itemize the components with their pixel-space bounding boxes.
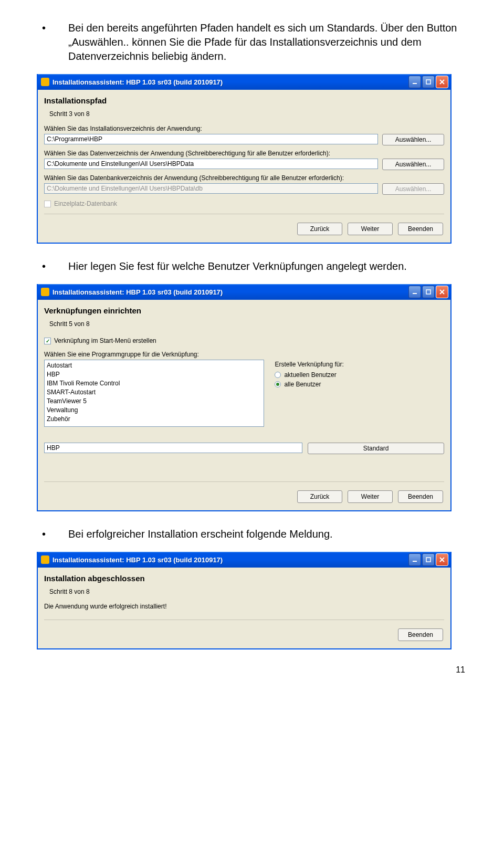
svg-rect-0: [413, 83, 417, 84]
default-button[interactable]: Standard: [308, 443, 444, 454]
svg-rect-1: [426, 80, 430, 84]
maximize-button[interactable]: [422, 286, 435, 298]
single-db-checkbox: [44, 201, 51, 207]
maximize-button[interactable]: [422, 553, 435, 566]
quit-button[interactable]: Beenden: [398, 223, 443, 235]
list-item[interactable]: IBM Tivoli Remote Control: [47, 379, 261, 388]
back-button[interactable]: Zurück: [297, 490, 342, 503]
radio-all-users[interactable]: [275, 381, 281, 387]
program-group-listbox[interactable]: Autostart HBP IBM Tivoli Remote Control …: [44, 360, 264, 427]
svg-rect-4: [413, 293, 417, 294]
titlebar[interactable]: Installationsassistent: HBP 1.03 sr03 (b…: [38, 74, 450, 90]
titlebar[interactable]: Installationsassistent: HBP 1.03 sr03 (b…: [38, 552, 450, 568]
radio-group-title: Erstelle Verknüpfung für:: [275, 361, 444, 368]
success-message: Die Anwendung wurde erfolgreich installi…: [44, 603, 444, 610]
browse-db-dir-button: Auswählen...: [382, 183, 444, 195]
bullet-text-3: Bei erfolgreicher Installation erscheint…: [68, 527, 467, 541]
list-item[interactable]: TeamViewer 5: [47, 397, 261, 406]
list-item[interactable]: HBP: [47, 370, 261, 379]
window-title: Installationsassistent: HBP 1.03 sr03 (b…: [52, 78, 408, 86]
minimize-button[interactable]: [408, 286, 421, 298]
step-label: Schritt 3 von 8: [49, 110, 444, 118]
svg-rect-9: [426, 558, 430, 562]
startmenu-label: Verknüpfung im Start-Menü erstellen: [54, 337, 156, 344]
close-button[interactable]: [436, 286, 448, 298]
quit-button[interactable]: Beenden: [398, 490, 443, 503]
startmenu-checkbox[interactable]: ✓: [44, 338, 51, 344]
bullet-marker: •: [37, 259, 68, 274]
app-icon: [41, 288, 49, 296]
list-item[interactable]: Zubehör: [47, 415, 261, 424]
app-icon: [41, 555, 49, 564]
separator: [44, 481, 444, 482]
install-dir-field[interactable]: C:\Programme\HBP: [44, 134, 378, 144]
next-button[interactable]: Weiter: [348, 223, 393, 235]
window-title: Installationsassistent: HBP 1.03 sr03 (b…: [52, 556, 408, 564]
db-dir-field: C:\Dokumente und Einstellungen\All Users…: [44, 183, 378, 194]
close-button[interactable]: [436, 76, 448, 88]
svg-rect-8: [413, 561, 417, 562]
group-name-field[interactable]: HBP: [44, 443, 302, 453]
bullet-marker: •: [37, 527, 68, 541]
radio-all-users-label: alle Benutzer: [284, 381, 321, 388]
quit-button[interactable]: Beenden: [398, 628, 443, 641]
radio-current-user-label: aktuellen Benutzer: [284, 371, 336, 379]
dialog-heading: Installation abgeschlossen: [44, 574, 444, 583]
field-label-db-dir: Wählen Sie das Datenbankverzeichnis der …: [44, 174, 444, 182]
step-label: Schritt 5 von 8: [49, 320, 444, 328]
list-item[interactable]: SMART-Autostart: [47, 388, 261, 397]
dialog-abgeschlossen: Installationsassistent: HBP 1.03 sr03 (b…: [37, 552, 452, 649]
dialog-heading: Installationspfad: [44, 96, 444, 105]
close-button[interactable]: [436, 553, 448, 566]
data-dir-field[interactable]: C:\Dokumente und Einstellungen\All Users…: [44, 159, 378, 169]
dialog-installationspfad: Installationsassistent: HBP 1.03 sr03 (b…: [37, 74, 452, 244]
page-number: 11: [37, 665, 467, 675]
titlebar[interactable]: Installationsassistent: HBP 1.03 sr03 (b…: [38, 284, 450, 300]
list-item[interactable]: Autostart: [47, 361, 261, 370]
single-db-label: Einzelplatz-Datenbank: [54, 200, 117, 207]
field-label-data-dir: Wählen Sie das Datenverzeichnis der Anwe…: [44, 150, 444, 157]
list-item[interactable]: Verwaltung: [47, 406, 261, 415]
next-button[interactable]: Weiter: [348, 490, 393, 503]
maximize-button[interactable]: [422, 76, 435, 88]
svg-rect-5: [426, 290, 430, 294]
step-label: Schritt 8 von 8: [49, 588, 444, 595]
window-title: Installationsassistent: HBP 1.03 sr03 (b…: [52, 288, 408, 296]
app-icon: [41, 78, 49, 86]
dialog-heading: Verknüpfungen einrichten: [44, 306, 444, 315]
minimize-button[interactable]: [408, 553, 421, 566]
separator: [44, 620, 444, 620]
program-group-label: Wählen Sie eine Programmgruppe für die V…: [44, 351, 444, 358]
back-button[interactable]: Zurück: [297, 223, 342, 235]
separator: [44, 214, 444, 214]
bullet-text-1: Bei den bereits angeführten Pfaden hande…: [68, 21, 467, 64]
dialog-verknuepfungen: Installationsassistent: HBP 1.03 sr03 (b…: [37, 284, 452, 511]
bullet-marker: •: [37, 21, 68, 64]
minimize-button[interactable]: [408, 76, 421, 88]
bullet-text-2: Hier legen Sie fest für welche Benutzer …: [68, 259, 467, 274]
radio-current-user[interactable]: [275, 372, 281, 378]
browse-data-dir-button[interactable]: Auswählen...: [382, 159, 444, 170]
field-label-install-dir: Wählen Sie das Installationsverzeichnis …: [44, 125, 444, 132]
browse-install-dir-button[interactable]: Auswählen...: [382, 134, 444, 145]
